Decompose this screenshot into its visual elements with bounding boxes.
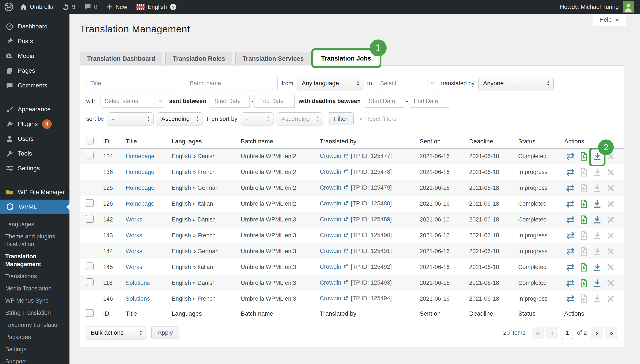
xliff-download-icon[interactable] xyxy=(578,150,590,163)
wordpress-icon[interactable]: W xyxy=(4,2,14,12)
submenu-item-support[interactable]: Support xyxy=(5,355,70,364)
xliff-download-icon[interactable] xyxy=(578,276,590,290)
download-icon[interactable] xyxy=(591,229,603,242)
download-icon[interactable] xyxy=(591,213,603,227)
sidebar-item-wpml[interactable]: WPML xyxy=(0,200,70,214)
translator-link[interactable]: Crowdin xyxy=(320,153,341,159)
sidebar-item-users[interactable]: Users xyxy=(0,132,70,146)
sync-icon[interactable] xyxy=(564,197,576,211)
translator-link[interactable]: Crowdin xyxy=(320,216,341,222)
submenu-item-translation-management[interactable]: Translation Management xyxy=(5,250,70,270)
new-menu[interactable]: New xyxy=(106,4,127,10)
status-select[interactable]: Select status xyxy=(101,94,165,108)
sent-start-date-input[interactable] xyxy=(210,94,250,108)
sidebar-item-pages[interactable]: Pages xyxy=(0,63,70,78)
translator-link[interactable]: Crowdin xyxy=(320,295,341,302)
batch-name-filter-input[interactable] xyxy=(186,77,278,90)
deadline-end-date-input[interactable] xyxy=(410,94,449,108)
job-title-link[interactable]: Homepage xyxy=(126,184,154,191)
prev-page-button[interactable]: ‹ xyxy=(546,327,558,339)
bulk-actions-select[interactable]: Bulk actions xyxy=(86,326,146,339)
sidebar-item-tools[interactable]: Tools xyxy=(0,146,70,161)
translator-link[interactable]: Crowdin xyxy=(320,280,341,286)
sync-icon[interactable] xyxy=(564,292,576,306)
last-page-button[interactable]: » xyxy=(605,327,617,339)
cancel-icon[interactable] xyxy=(605,213,617,227)
translator-link[interactable]: Crowdin xyxy=(320,184,341,191)
sidebar-item-media[interactable]: Media xyxy=(0,48,70,63)
cancel-icon[interactable] xyxy=(605,165,617,179)
sidebar-item-comments[interactable]: Comments xyxy=(0,78,70,93)
translator-link[interactable]: Crowdin xyxy=(320,232,341,238)
howdy-label[interactable]: Howdy, Michael Turing xyxy=(560,4,619,10)
cancel-icon[interactable] xyxy=(605,197,617,211)
cancel-icon[interactable] xyxy=(605,181,617,195)
select-all-checkbox[interactable] xyxy=(86,309,94,317)
xliff-download-icon[interactable] xyxy=(578,229,590,242)
help-button[interactable]: Help xyxy=(593,14,626,26)
submenu-item-taxonomy-translation[interactable]: Taxonomy translation xyxy=(5,319,70,331)
download-icon[interactable] xyxy=(591,260,603,274)
download-icon[interactable]: 2 xyxy=(591,150,603,163)
sidebar-item-posts[interactable]: Posts xyxy=(0,34,70,48)
download-icon[interactable] xyxy=(591,197,603,211)
job-title-link[interactable]: Homepage xyxy=(126,200,154,207)
language-menu[interactable]: English ? xyxy=(136,3,177,11)
tab-translation-dashboard[interactable]: Translation Dashboard xyxy=(80,52,162,66)
sort2-select[interactable]: - xyxy=(241,112,274,126)
sync-icon[interactable] xyxy=(564,150,576,163)
tab-translation-roles[interactable]: Translation Roles xyxy=(165,52,232,66)
download-icon[interactable] xyxy=(591,292,603,306)
sync-icon[interactable] xyxy=(564,260,576,274)
download-icon[interactable] xyxy=(591,276,603,290)
download-icon[interactable] xyxy=(591,244,603,258)
tab-translation-jobs[interactable]: Translation Jobs xyxy=(314,51,378,66)
xliff-download-icon[interactable] xyxy=(578,181,590,195)
translated-by-select[interactable]: Anyone xyxy=(478,77,554,90)
job-title-link[interactable]: Works xyxy=(126,232,142,238)
deadline-start-date-input[interactable] xyxy=(365,94,404,108)
submenu-item-translations[interactable]: Translations xyxy=(5,270,70,282)
reset-filters-link[interactable]: × Reset filters xyxy=(359,115,396,122)
filter-button[interactable]: Filter xyxy=(328,112,354,126)
cancel-icon[interactable] xyxy=(605,292,617,306)
job-title-link[interactable]: Works xyxy=(126,216,142,223)
select-all-checkbox[interactable] xyxy=(86,137,94,144)
translator-link[interactable]: Crowdin xyxy=(320,168,341,175)
cancel-icon[interactable] xyxy=(605,229,617,242)
comments-menu[interactable]: 0 xyxy=(84,3,97,11)
download-icon[interactable] xyxy=(591,165,603,179)
sort1-select[interactable]: - xyxy=(108,112,154,126)
apply-button[interactable]: Apply xyxy=(151,326,179,339)
site-name-menu[interactable]: Umbrella xyxy=(20,3,53,11)
sidebar-item-appearance[interactable]: Appearance xyxy=(0,102,70,117)
translator-link[interactable]: Crowdin xyxy=(320,264,341,270)
submenu-item-settings[interactable]: Settings xyxy=(5,343,70,355)
submenu-item-media-translation[interactable]: Media Translation xyxy=(5,282,70,294)
sync-icon[interactable] xyxy=(564,181,576,195)
submenu-item-string-translation[interactable]: String Translation xyxy=(5,307,70,319)
sync-icon[interactable] xyxy=(564,213,576,227)
sent-end-date-input[interactable] xyxy=(255,94,294,108)
next-page-button[interactable]: › xyxy=(591,327,603,339)
order1-select[interactable]: Ascending xyxy=(157,112,203,126)
job-title-link[interactable]: Homepage xyxy=(126,169,154,175)
row-checkbox[interactable] xyxy=(86,262,94,270)
row-checkbox[interactable] xyxy=(86,152,94,160)
job-title-link[interactable]: Solutions xyxy=(126,280,150,286)
cancel-icon[interactable] xyxy=(605,244,617,258)
translator-link[interactable]: Crowdin xyxy=(320,248,341,254)
sync-icon[interactable] xyxy=(564,244,576,258)
order2-select[interactable]: Ascending xyxy=(277,112,323,126)
job-title-link[interactable]: Solutions xyxy=(126,296,150,302)
sync-icon[interactable] xyxy=(564,229,576,242)
sidebar-item-plugins[interactable]: Plugins4 xyxy=(0,117,70,132)
sidebar-item-wp-file-manager[interactable]: WP File Manager xyxy=(0,185,70,200)
translator-link[interactable]: Crowdin xyxy=(320,200,341,207)
row-checkbox[interactable] xyxy=(86,278,94,286)
sidebar-item-settings[interactable]: Settings xyxy=(0,161,70,176)
xliff-download-icon[interactable] xyxy=(578,292,590,306)
sync-icon[interactable] xyxy=(564,165,576,179)
xliff-download-icon[interactable] xyxy=(578,165,590,179)
cancel-icon[interactable] xyxy=(605,276,617,290)
